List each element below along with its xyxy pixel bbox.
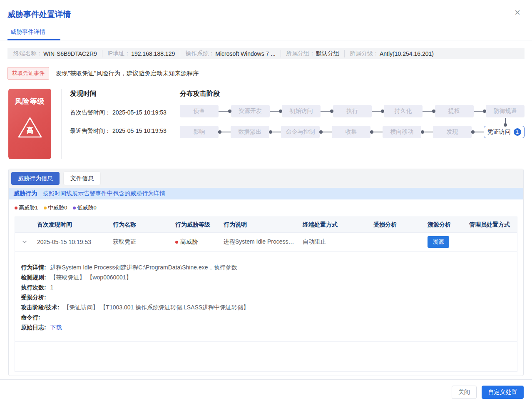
behavior-banner-title: 威胁行为 xyxy=(14,190,37,197)
cell-first-time: 2025-05-15 10:19:53 xyxy=(34,239,109,245)
event-type-badge: 获取凭证事件 xyxy=(7,67,49,80)
detail-raw-log: 原始日志: 下载 xyxy=(21,322,511,332)
endpoint-name-field: 终端名称： WIN-S6B9DTAC2R9 xyxy=(13,50,97,57)
detail-label: 执行次数: xyxy=(21,284,46,291)
detail-attack-technique: 攻击阶段/技术: 【凭证访问】 【T1003.001 操作系统凭证转储.LSAS… xyxy=(21,302,511,312)
risk-level-card: 风险等级 高 xyxy=(8,89,51,159)
close-button[interactable]: 关闭 xyxy=(452,386,477,399)
stage-connector xyxy=(219,111,231,112)
detail-value: 进程System Idle Process创建进程C:\ProgramData\… xyxy=(50,264,237,271)
stage-connector xyxy=(421,132,433,132)
stage-initial-access: 初始访问 xyxy=(282,105,321,117)
first-alert-time: 首次告警时间： 2025-05-15 10:19:53 xyxy=(70,109,173,117)
stage-count-badge: 1 xyxy=(514,128,521,136)
dialog-footer: 关闭 自定义处置 xyxy=(0,379,532,399)
endpoint-info-bar: 终端名称： WIN-S6B9DTAC2R9 IP地址： 192.168.188.… xyxy=(7,48,525,59)
dialog-header: 威胁事件处置详情 × xyxy=(0,0,532,20)
row-expand-toggle[interactable] xyxy=(15,240,34,244)
detail-rule: 检测规则: 【获取凭证】 【wop0060001】 xyxy=(21,272,511,282)
legend-label: 高威胁1 xyxy=(19,204,38,212)
os-field: 操作系统： Microsoft Windows 7 ... xyxy=(180,50,276,57)
tier-field: 所属分级： Antiy(10.254.16.201) xyxy=(344,50,434,57)
behavior-banner-description: 按照时间线展示告警事件中包含的威胁行为详情 xyxy=(43,190,165,197)
close-icon[interactable]: × xyxy=(515,7,520,17)
legend-high-threat: 高威胁1 xyxy=(15,204,38,212)
header-damage-analysis: 受损分析 xyxy=(370,221,424,229)
detail-label: 命令行: xyxy=(21,314,40,321)
stage-execution: 执行 xyxy=(333,105,372,117)
stage-connector xyxy=(370,132,383,132)
event-banner: 获取凭证事件 发现"获取凭证"风险行为，建议避免启动未知来源程序 xyxy=(7,67,525,80)
tab-threat-event-detail[interactable]: 威胁事件详情 xyxy=(10,28,49,40)
detail-value: 【获取凭证】 【wop0060001】 xyxy=(50,274,132,281)
medium-threat-dot xyxy=(44,207,47,209)
stage-connector xyxy=(372,111,384,112)
ip-address-field: IP地址： 192.168.188.129 xyxy=(102,50,175,57)
attack-stage-row-2: 影响 数据渗出 命令与控制 收集 横向移动 发现 凭证访问 1 xyxy=(180,126,525,138)
field-value: 默认分组 xyxy=(316,50,339,57)
header-endpoint-action: 终端处置方式 xyxy=(299,221,370,229)
cell-endpoint-action: 自动阻止 xyxy=(299,238,370,246)
stage-defense-evasion: 防御规避 xyxy=(486,105,525,117)
threat-level-dot xyxy=(175,241,178,244)
stage-connector xyxy=(219,132,231,132)
attack-stage-row-1: 侦查 资源开发 初始访问 执行 持久化 提权 防御规避 xyxy=(180,105,525,117)
chevron-down-icon xyxy=(22,240,27,244)
detail-command-line: 命令行: xyxy=(21,312,511,322)
stage-discovery: 发现 xyxy=(433,126,472,138)
field-label: IP地址： xyxy=(107,50,130,57)
last-alert-value: 2025-05-15 10:19:53 xyxy=(112,127,167,134)
first-alert-value: 2025-05-15 10:19:53 xyxy=(112,109,167,116)
legend-medium-threat: 中威胁0 xyxy=(44,204,67,212)
stage-impact: 影响 xyxy=(180,126,219,138)
detail-label: 行为详情: xyxy=(21,264,46,271)
download-link[interactable]: 下载 xyxy=(50,324,62,331)
tab-threat-behavior-info[interactable]: 威胁行为信息 xyxy=(11,172,60,185)
behavior-banner: 威胁行为 按照时间线展示告警事件中包含的威胁行为详情 xyxy=(9,188,523,199)
nav-tab-bar: 威胁事件详情 xyxy=(0,28,532,40)
field-label: 终端名称： xyxy=(13,50,42,57)
last-alert-time: 最近告警时间： 2025-05-15 10:19:53 xyxy=(70,127,173,135)
attack-stages-section: 分布攻击阶段 侦查 资源开发 初始访问 执行 持久化 提权 防御规避 影响 数 xyxy=(173,89,525,159)
cell-description: 进程System Idle Process创建进程... xyxy=(220,238,299,246)
stage-persistence: 持久化 xyxy=(384,105,423,117)
detail-label: 检测规则: xyxy=(21,274,46,281)
field-label: 操作系统： xyxy=(185,50,214,57)
threat-behavior-panel: 威胁行为信息 文件信息 威胁行为 按照时间线展示告警事件中包含的威胁行为详情 高… xyxy=(8,169,524,376)
threat-level-legend: 高威胁1 中威胁0 低威胁0 xyxy=(9,199,523,217)
table-row: 2025-05-15 10:19:53 获取凭证 高威胁 进程System Id… xyxy=(15,232,517,251)
field-label: 所属分级： xyxy=(350,50,379,57)
cell-behavior-name: 获取凭证 xyxy=(109,238,172,246)
stage-privilege-escalation: 提权 xyxy=(435,105,474,117)
warning-triangle-icon: 高 xyxy=(16,115,44,140)
tab-file-info[interactable]: 文件信息 xyxy=(64,172,100,185)
stage-exfiltration: 数据渗出 xyxy=(231,126,269,138)
custom-handle-button[interactable]: 自定义处置 xyxy=(482,386,524,399)
discovery-time-section: 发现时间 首次告警时间： 2025-05-15 10:19:53 最近告警时间：… xyxy=(61,89,173,159)
detail-exec-count: 执行次数: 1 xyxy=(21,282,511,292)
stage-connector xyxy=(321,111,333,112)
high-threat-dot xyxy=(15,207,17,209)
stage-connector xyxy=(320,132,332,132)
detail-label: 原始日志: xyxy=(21,324,46,331)
trace-button[interactable]: 溯源 xyxy=(428,236,449,248)
risk-card-title: 风险等级 xyxy=(8,97,51,106)
stage-connector xyxy=(269,132,281,132)
tab-label: 威胁事件详情 xyxy=(10,28,45,35)
header-trace-analysis: 溯源分析 xyxy=(424,221,466,229)
field-value: Antiy(10.254.16.201) xyxy=(380,50,434,57)
detail-label: 攻击阶段/技术: xyxy=(21,304,60,311)
attack-stages-title: 分布攻击阶段 xyxy=(180,90,525,98)
row-expanded-detail: 行为详情: 进程System Idle Process创建进程C:\Progra… xyxy=(15,251,517,341)
header-admin-action: 管理员处置方式 xyxy=(466,221,517,229)
table-empty-area xyxy=(15,341,517,371)
stage-lateral-movement: 横向移动 xyxy=(383,126,421,138)
header-behavior-name: 行为名称 xyxy=(109,221,172,229)
field-value: WIN-S6B9DTAC2R9 xyxy=(43,50,97,57)
legend-low-threat: 低威胁0 xyxy=(73,204,96,212)
overview-section: 风险等级 高 发现时间 首次告警时间： 2025-05-15 10:19:53 … xyxy=(8,89,525,159)
stage-vertical-connector-dot xyxy=(504,123,507,127)
field-value: Microsoft Windows 7 ... xyxy=(215,50,276,57)
stage-connector xyxy=(423,111,435,112)
detail-label: 受损分析: xyxy=(21,294,46,301)
